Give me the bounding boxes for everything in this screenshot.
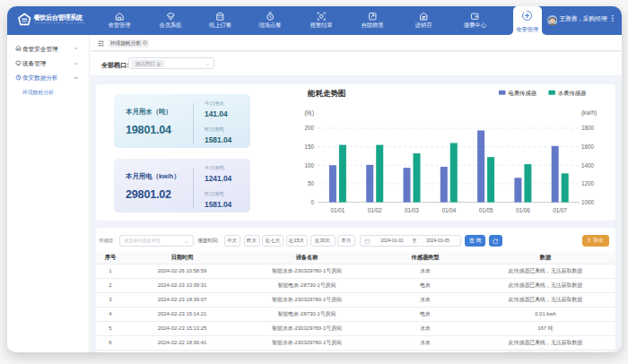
svg-text:电表传感器: 电表传感器 bbox=[509, 89, 537, 95]
svg-text:01/01: 01/01 bbox=[331, 207, 345, 213]
svg-text:水表传感器: 水表传感器 bbox=[558, 89, 587, 95]
svg-text:01/03: 01/03 bbox=[405, 207, 419, 213]
svg-text:200: 200 bbox=[304, 125, 314, 131]
svg-text:1000: 1000 bbox=[581, 199, 595, 205]
svg-text:01/05: 01/05 bbox=[479, 207, 493, 213]
svg-text:01/02: 01/02 bbox=[368, 207, 382, 213]
svg-text:1400: 1400 bbox=[581, 161, 595, 168]
svg-text:0: 0 bbox=[310, 199, 314, 205]
svg-text:50: 50 bbox=[308, 180, 315, 186]
svg-text:01/04: 01/04 bbox=[441, 207, 456, 213]
svg-text:100: 100 bbox=[304, 161, 314, 168]
svg-text:01/07: 01/07 bbox=[553, 207, 567, 213]
svg-text:能耗走势图: 能耗走势图 bbox=[307, 88, 346, 97]
svg-text:1200: 1200 bbox=[581, 180, 595, 186]
svg-text:(吨): (吨) bbox=[305, 109, 315, 117]
svg-text:(kw/h): (kw/h) bbox=[581, 109, 597, 117]
svg-text:150: 150 bbox=[304, 143, 314, 150]
svg-text:1600: 1600 bbox=[581, 143, 595, 150]
svg-text:01/06: 01/06 bbox=[516, 207, 530, 213]
svg-text:1800: 1800 bbox=[581, 125, 595, 131]
